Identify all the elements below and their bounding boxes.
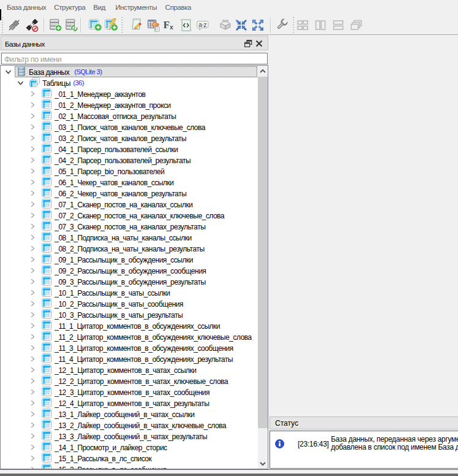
svg-text:a·z: a·z — [199, 21, 207, 28]
svg-text:F: F — [163, 19, 169, 31]
svg-text:x: x — [170, 24, 174, 31]
